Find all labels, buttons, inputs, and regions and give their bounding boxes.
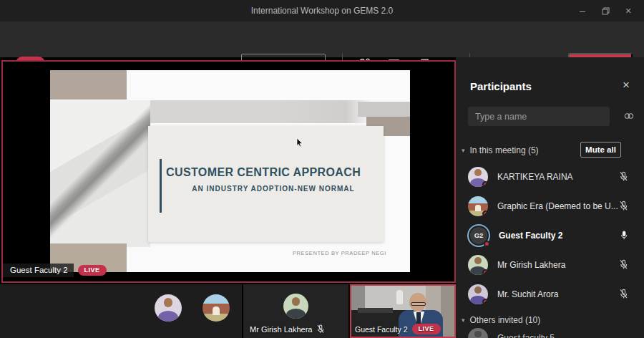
panel-close-button[interactable]: × bbox=[623, 79, 630, 91]
busy-presence-dot bbox=[482, 299, 488, 304]
participant-row[interactable]: Mr. Suchit Arora bbox=[456, 279, 644, 309]
close-button[interactable]: × bbox=[617, 0, 640, 21]
participants-panel: Participants × ▾ In this meeting (5) Mut… bbox=[456, 57, 644, 338]
participant-name: Mr. Suchit Arora bbox=[497, 289, 619, 299]
participant-row[interactable]: Guest faculty 5 bbox=[468, 328, 555, 338]
participant-name: Mr Girish Lakhera bbox=[497, 260, 619, 270]
slide-title: CUSTOMER CENTRIC APPROACH bbox=[166, 166, 381, 179]
close-icon: × bbox=[623, 78, 630, 92]
screen-share-stage[interactable]: CUSTOMER CENTRIC APPROACH AN INDUSTRY AD… bbox=[1, 60, 456, 283]
slide-subtitle: AN INDUSTRY ADOPTION-NEW NORMAL bbox=[166, 185, 381, 193]
teams-meeting-window: International Workshop on GEMS 2.0 – × L… bbox=[0, 0, 644, 338]
avatar bbox=[155, 294, 182, 322]
busy-presence-dot bbox=[482, 269, 488, 275]
mute-all-button[interactable]: Mute all bbox=[580, 142, 621, 158]
avatar bbox=[283, 294, 308, 319]
slide-footer: PRESENTED BY PRADEEP NEGI bbox=[250, 250, 386, 256]
slide-decor-block bbox=[50, 70, 127, 100]
participant-name: Mr Girish Lakhera bbox=[250, 325, 312, 334]
in-meeting-section-header[interactable]: ▾ In this meeting (5) bbox=[462, 145, 539, 155]
participant-row[interactable]: Mr Girish Lakhera bbox=[456, 250, 644, 279]
restore-button[interactable] bbox=[594, 0, 617, 21]
avatar bbox=[468, 328, 488, 338]
mic-on-icon bbox=[620, 230, 628, 241]
in-meeting-label: In this meeting (5) bbox=[470, 145, 539, 155]
participant-row[interactable]: KARTIKEYA RAINA bbox=[456, 162, 644, 191]
mic-off-icon bbox=[316, 324, 325, 334]
link-icon bbox=[623, 111, 635, 121]
avatar bbox=[468, 255, 488, 275]
others-invited-label: Others invited (10) bbox=[470, 315, 541, 325]
participant-name: Guest Faculty 2 bbox=[355, 325, 408, 334]
search-input[interactable] bbox=[468, 107, 610, 126]
slide-title-card: CUSTOMER CENTRIC APPROACH AN INDUSTRY AD… bbox=[148, 126, 384, 242]
participant-list: KARTIKEYA RAINA Graphic Era (Deemed to b… bbox=[456, 162, 644, 309]
window-controls: – × bbox=[571, 0, 640, 21]
avatar bbox=[468, 284, 488, 304]
graphic-era-logo-avatar bbox=[203, 294, 230, 322]
copy-link-button[interactable] bbox=[623, 111, 635, 124]
title-bar: International Workshop on GEMS 2.0 – × bbox=[0, 0, 644, 21]
busy-presence-dot bbox=[482, 181, 488, 187]
presenter-name-label: Guest Faculty 2 bbox=[3, 264, 74, 277]
video-tile-girish[interactable]: Mr Girish Lakhera bbox=[243, 284, 348, 338]
busy-presence-dot bbox=[482, 211, 488, 216]
presentation-slide: CUSTOMER CENTRIC APPROACH AN INDUSTRY AD… bbox=[50, 70, 410, 272]
chevron-down-icon: ▾ bbox=[462, 147, 465, 154]
participant-row[interactable]: Graphic Era (Deemed to be U... bbox=[456, 191, 644, 221]
mic-off-icon bbox=[619, 201, 628, 211]
participant-name: Guest Faculty 2 bbox=[499, 231, 620, 241]
mic-off-icon bbox=[619, 171, 628, 182]
participants-tile-group[interactable] bbox=[0, 284, 242, 338]
slide-decor-block bbox=[358, 102, 410, 117]
close-icon: × bbox=[625, 5, 631, 16]
presenter-live-badge: LIVE bbox=[78, 265, 107, 276]
tile-live-badge: LIVE bbox=[412, 324, 441, 334]
graphic-era-logo-avatar bbox=[468, 196, 488, 216]
avatar bbox=[468, 167, 488, 187]
others-invited-section-header[interactable]: ▾ Others invited (10) bbox=[462, 315, 540, 325]
tile-name-label: Guest Faculty 2 LIVE bbox=[355, 324, 452, 334]
avatar-initials: G2 bbox=[474, 231, 484, 239]
slide-photo-area bbox=[50, 100, 150, 247]
minimize-button[interactable]: – bbox=[571, 0, 594, 21]
participant-name: Guest faculty 5 bbox=[497, 333, 555, 338]
restore-icon bbox=[602, 7, 610, 15]
chevron-down-icon: ▾ bbox=[462, 317, 465, 324]
initials-avatar: G2 bbox=[470, 227, 487, 244]
mouse-cursor bbox=[296, 138, 303, 148]
participant-name: KARTIKEYA RAINA bbox=[497, 172, 619, 182]
panel-title: Participants bbox=[470, 80, 532, 92]
slide-accent-bar bbox=[160, 159, 162, 213]
participant-row[interactable]: G2 Guest Faculty 2 bbox=[456, 221, 644, 250]
minimize-icon: – bbox=[580, 5, 585, 16]
tile-name-label: Mr Girish Lakhera bbox=[250, 324, 325, 334]
busy-presence-dot bbox=[484, 241, 490, 247]
meeting-toolbar: LIVE 02:41:26 Request control ? ••• bbox=[0, 21, 644, 57]
mic-off-icon bbox=[619, 259, 628, 270]
mic-off-icon bbox=[619, 289, 628, 299]
presenter-overlay: Guest Faculty 2 LIVE bbox=[3, 264, 107, 277]
window-title: International Workshop on GEMS 2.0 bbox=[0, 0, 644, 21]
participant-name: Graphic Era (Deemed to be U... bbox=[497, 201, 619, 211]
video-tile-guest-faculty-2[interactable]: Guest Faculty 2 LIVE bbox=[350, 284, 456, 338]
